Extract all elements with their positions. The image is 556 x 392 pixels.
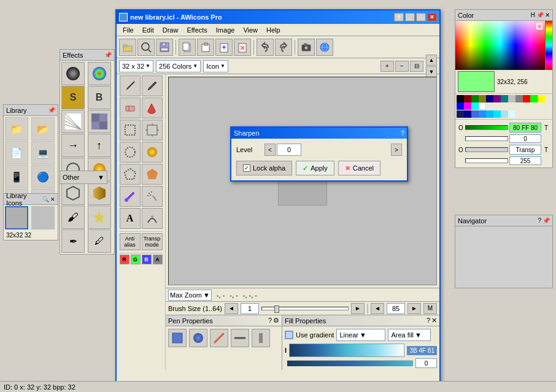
cancel-btn[interactable]: ✕ Cancel bbox=[338, 161, 380, 175]
channel-r-btn[interactable]: R bbox=[120, 255, 129, 264]
toolbar-redo-btn[interactable] bbox=[275, 39, 292, 56]
swatch[interactable] bbox=[508, 95, 515, 102]
swatch[interactable] bbox=[464, 102, 471, 110]
lib-btn-1[interactable]: 📁 bbox=[5, 117, 28, 140]
effect-s-btn[interactable]: S bbox=[61, 86, 85, 109]
toolbar-copy-btn[interactable] bbox=[179, 39, 196, 56]
maximize-btn[interactable]: □ bbox=[416, 13, 426, 21]
lib-icons-search-btn[interactable]: 🔍 bbox=[42, 196, 49, 202]
eraser-tool-btn[interactable] bbox=[120, 98, 141, 118]
lib-icons-close-btn[interactable]: ✕ bbox=[50, 196, 55, 202]
spray-tool-btn[interactable] bbox=[142, 186, 163, 207]
swatch[interactable] bbox=[464, 95, 471, 102]
effect-arrow-r-btn[interactable]: → bbox=[61, 134, 85, 157]
library-pin-btn[interactable]: 📌 bbox=[48, 107, 55, 113]
swatch[interactable] bbox=[464, 110, 471, 118]
toolbar-new-btn[interactable] bbox=[215, 39, 233, 56]
channel-slider-track[interactable] bbox=[465, 136, 508, 141]
swatch[interactable] bbox=[493, 95, 501, 102]
effect-arrow-u-btn[interactable]: ↑ bbox=[88, 134, 111, 157]
transp-t-btn[interactable]: T bbox=[542, 147, 550, 153]
channel-a-btn[interactable]: A bbox=[153, 255, 163, 264]
effect-star-btn[interactable] bbox=[88, 206, 111, 229]
swatch[interactable] bbox=[471, 110, 479, 118]
pen-settings-btn[interactable]: ⚙ bbox=[273, 317, 279, 325]
type-select[interactable]: Icon ▼ bbox=[203, 60, 228, 72]
swatch[interactable] bbox=[457, 110, 464, 118]
swatch[interactable] bbox=[538, 95, 545, 102]
color-pin-btn[interactable]: 📌 bbox=[536, 12, 544, 18]
pencil-tool-btn[interactable] bbox=[120, 75, 141, 96]
color-help-btn[interactable]: H bbox=[531, 12, 535, 18]
lib-btn-2[interactable]: 📂 bbox=[31, 117, 55, 140]
swatch[interactable] bbox=[457, 102, 464, 110]
filled-circle-tool-btn[interactable] bbox=[142, 142, 163, 163]
brush-track[interactable] bbox=[261, 307, 349, 310]
brush-right-btn[interactable]: ► bbox=[351, 303, 365, 314]
effect-pen-btn[interactable]: ✒ bbox=[61, 229, 85, 253]
effect-color-btn[interactable] bbox=[88, 62, 111, 85]
nav-plus-btn[interactable]: + bbox=[380, 61, 394, 72]
menu-view[interactable]: View bbox=[239, 25, 261, 35]
effect-pen2-btn[interactable]: 🖊 bbox=[88, 229, 111, 253]
toolbar-paste-btn[interactable] bbox=[197, 39, 214, 56]
area-fill-select[interactable]: Area fill ▼ bbox=[388, 329, 431, 341]
swatch[interactable] bbox=[486, 110, 493, 118]
transp-slider-track[interactable] bbox=[465, 158, 508, 163]
effect-sphere-btn[interactable] bbox=[61, 62, 85, 85]
size-select[interactable]: 32 x 32 ▼ bbox=[119, 60, 153, 72]
transp-value[interactable] bbox=[509, 156, 541, 165]
toolbar-web-btn[interactable] bbox=[316, 39, 333, 56]
brush-m-btn[interactable]: M bbox=[423, 303, 437, 314]
swatch[interactable] bbox=[523, 95, 530, 102]
swatch[interactable] bbox=[515, 95, 523, 102]
effect-filled-hex-btn[interactable] bbox=[88, 182, 111, 205]
help-btn[interactable]: ? bbox=[394, 13, 404, 21]
nav-end-btn[interactable]: ⊟ bbox=[410, 61, 423, 72]
transp-mode-btn[interactable]: Transpmode bbox=[142, 233, 163, 250]
other-dropdown-btn[interactable]: Other ▼ bbox=[60, 171, 107, 184]
pen-tool-btn[interactable] bbox=[142, 75, 163, 96]
gradient-type-select[interactable]: Linear ▼ bbox=[336, 329, 385, 341]
menu-draw[interactable]: Draw bbox=[159, 25, 182, 35]
lib-btn-4[interactable]: 💻 bbox=[31, 141, 55, 164]
colors-select[interactable]: 256 Colors ▼ bbox=[156, 60, 201, 72]
toolbar-screenshot-btn[interactable] bbox=[298, 39, 315, 56]
effect-pattern2-btn[interactable] bbox=[88, 110, 111, 133]
anti-alias-btn[interactable]: Antialias bbox=[120, 233, 141, 250]
brush-value-input[interactable] bbox=[241, 303, 259, 314]
filled-polygon-tool-btn[interactable] bbox=[142, 164, 163, 185]
lib-btn-6[interactable]: 🔵 bbox=[31, 165, 55, 188]
rect-tool-btn[interactable] bbox=[120, 120, 141, 140]
gradient-value-input[interactable] bbox=[415, 358, 437, 368]
channel-slider-value[interactable] bbox=[509, 134, 541, 143]
swatch[interactable] bbox=[471, 102, 479, 110]
channel-b-btn[interactable]: B bbox=[142, 255, 152, 264]
brush-left-btn[interactable]: ◄ bbox=[225, 303, 238, 314]
menu-edit[interactable]: Edit bbox=[139, 25, 158, 35]
menu-help[interactable]: Help bbox=[263, 25, 284, 35]
pen-circle-btn[interactable] bbox=[189, 329, 207, 347]
swatch[interactable] bbox=[479, 110, 486, 118]
apply-btn[interactable]: ✓ Apply bbox=[296, 161, 334, 175]
channel-o-input[interactable] bbox=[509, 123, 541, 133]
toolbar-save-btn[interactable] bbox=[156, 39, 173, 56]
pen-diagonal-btn[interactable] bbox=[210, 329, 228, 347]
polygon-tool-btn[interactable] bbox=[120, 164, 141, 185]
navigator-pin-btn[interactable]: 📌 bbox=[542, 217, 550, 224]
gradient-bar[interactable] bbox=[289, 344, 404, 357]
pen-help-btn[interactable]: ? bbox=[268, 317, 272, 325]
channel-o-track[interactable] bbox=[465, 125, 508, 130]
swatch[interactable] bbox=[493, 110, 501, 118]
swatch[interactable] bbox=[501, 95, 508, 102]
effect-b-btn[interactable]: B bbox=[88, 86, 111, 109]
nav-minus-btn[interactable]: − bbox=[395, 61, 409, 72]
navigator-help-btn[interactable]: ? bbox=[538, 217, 541, 224]
lib-icon-item-1[interactable] bbox=[5, 206, 28, 229]
zoom-select[interactable]: Max Zoom ▼ bbox=[168, 290, 212, 301]
swatch[interactable] bbox=[471, 95, 479, 102]
menu-file[interactable]: File bbox=[119, 25, 137, 35]
level-input[interactable] bbox=[277, 144, 301, 156]
effect-pattern1-btn[interactable] bbox=[61, 110, 85, 133]
minimize-btn[interactable]: _ bbox=[405, 13, 415, 21]
